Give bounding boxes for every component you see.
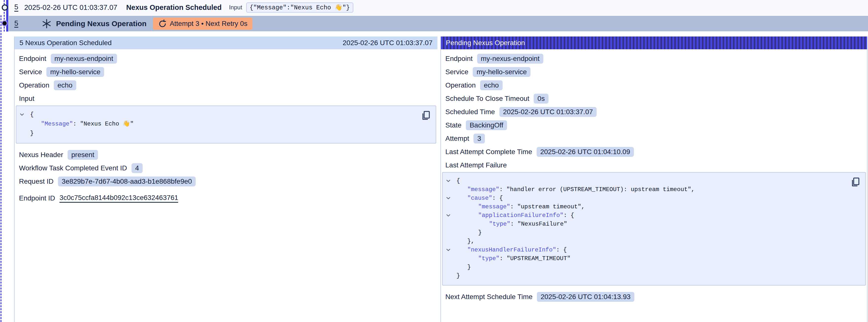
json-key: "nexusHandlerFailureInfo" [467, 247, 556, 253]
field-value-badge: my-nexus-endpoint [51, 54, 117, 64]
retry-badge-text: Attempt 3 • Next Retry 0s [170, 20, 247, 28]
retry-icon [158, 20, 166, 28]
field-value-badge: 2025-02-26 UTC 01:04:13.93 [537, 292, 634, 302]
json-text: : { [492, 195, 503, 201]
json-line: { [443, 176, 848, 185]
field-value-badge: 3e829b7e-7d67-4b08-aad3-b1e868bfe9e0 [58, 176, 196, 186]
event-detail-timestamp: 2025-02-26 UTC 01:03:37.07 [343, 39, 433, 47]
field-value-badge: 2025-02-26 UTC 01:03:37.07 [499, 107, 597, 117]
field-value-badge: 0s [534, 94, 549, 103]
field-scheduled-time: Scheduled Time 2025-02-26 UTC 01:03:37.0… [445, 106, 864, 117]
pending-nexus-operation-row[interactable]: 5 Pending Nexus Operation Attempt 3 • Ne… [9, 16, 868, 31]
json-key: "message" [478, 203, 510, 210]
event-id-link[interactable]: 5 [14, 3, 18, 11]
pending-operation-header-title: Pending Nexus Operation [446, 39, 525, 47]
json-line: "nexusHandlerFailureInfo": { [443, 246, 848, 254]
field-endpoint: Endpoint my-nexus-endpoint [445, 53, 864, 64]
field-endpoint-id: Endpoint ID 3c0c75ccfa8144b092c13ce63246… [19, 193, 434, 204]
json-line: "type": "NexusFailure" [443, 220, 848, 228]
json-text: { [30, 111, 34, 118]
field-state: State BackingOff [445, 120, 864, 131]
field-value-badge: present [68, 150, 98, 160]
field-value-badge: my-hello-service [46, 67, 104, 77]
field-next-attempt-schedule-time: Next Attempt Schedule Time 2025-02-26 UT… [445, 291, 864, 302]
json-line: { [16, 110, 418, 119]
field-service: Service my-hello-service [19, 67, 434, 77]
field-service: Service my-hello-service [445, 67, 864, 77]
json-line: "Message": "Nexus Echo 👋" [16, 119, 418, 129]
event-title: Nexus Operation Scheduled [126, 3, 222, 11]
event-detail-header: 5 Nexus Operation Scheduled 2025-02-26 U… [14, 36, 437, 49]
json-text: : { [563, 212, 574, 219]
field-value-badge: 2025-02-26 UTC 01:04:10.09 [537, 147, 634, 157]
last-attempt-failure-label: Last Attempt Failure [445, 161, 864, 170]
field-value-badge: 4 [131, 163, 143, 173]
json-text: : "NexusFailure" [510, 221, 567, 227]
field-value-badge: echo [480, 80, 503, 90]
endpoint-id-link[interactable]: 3c0c75ccfa8144b092c13ce632463761 [59, 194, 178, 203]
json-text: : "upstream timeout", [510, 203, 585, 210]
json-line: "message": "upstream timeout", [443, 202, 848, 211]
event-timestamp: 2025-02-26 UTC 01:03:37.07 [24, 3, 117, 11]
field-value-badge: echo [54, 80, 76, 90]
failure-json-viewer: {"message": "handler error (UPSTREAM_TIM… [442, 172, 866, 286]
collapse-chevron-icon[interactable] [446, 214, 451, 217]
copy-button[interactable] [420, 109, 432, 123]
json-text: : "Nexus Echo 👋" [73, 121, 134, 127]
json-line: "applicationFailureInfo": { [443, 211, 848, 220]
json-text: { [457, 178, 460, 184]
event-detail-panel: 5 Nexus Operation Scheduled 2025-02-26 U… [14, 36, 437, 322]
json-line: } [443, 228, 848, 237]
copy-button[interactable] [849, 175, 862, 189]
field-value-badge: my-nexus-endpoint [477, 54, 543, 64]
field-value-badge: 3 [473, 134, 485, 143]
json-key: "type" [478, 255, 499, 262]
json-line: "type": "UPSTREAM_TIMEOUT" [443, 254, 848, 263]
json-key: "type" [489, 221, 510, 227]
pending-operation-title: Pending Nexus Operation [56, 20, 147, 28]
json-key: "cause" [467, 195, 492, 201]
workflow-event-history-view: 5 2025-02-26 UTC 01:03:37.07 Nexus Opera… [0, 0, 868, 322]
collapse-chevron-icon[interactable] [20, 113, 24, 116]
json-text: } [30, 130, 34, 137]
retry-badge: Attempt 3 • Next Retry 0s [153, 18, 252, 30]
field-nexus-header: Nexus Header present [19, 150, 434, 160]
json-line: "message": "handler error (UPSTREAM_TIME… [443, 185, 848, 194]
pending-operation-panel: Pending Nexus Operation Endpoint my-nexu… [440, 36, 868, 322]
json-key: "message" [467, 186, 499, 193]
input-label: Input [229, 4, 242, 11]
json-text: } [457, 272, 460, 279]
json-text: : { [556, 247, 567, 253]
json-line: } [443, 271, 848, 280]
field-last-attempt-complete-time: Last Attempt Complete Time 2025-02-26 UT… [445, 147, 864, 157]
event-marker-circle-icon [2, 4, 8, 10]
pending-operation-header: Pending Nexus Operation [441, 36, 867, 49]
field-endpoint: Endpoint my-nexus-endpoint [19, 53, 434, 64]
field-workflow-task-completed-event-id: Workflow Task Completed Event ID 4 [19, 163, 434, 173]
event-id-link[interactable]: 5 [14, 20, 18, 28]
collapse-chevron-icon[interactable] [446, 197, 451, 199]
json-text: } [467, 264, 471, 270]
json-text: }, [467, 238, 474, 245]
json-text: : "handler error (UPSTREAM_TIMEOUT): ups… [499, 186, 695, 193]
pending-marker-dot-icon [1, 20, 8, 26]
field-attempt: Attempt 3 [445, 133, 864, 144]
json-line: "cause": { [443, 194, 848, 202]
input-preview-chip: {"Message":"Nexus Echo 👋"} [246, 2, 353, 12]
field-operation: Operation echo [19, 80, 434, 91]
field-schedule-to-close-timeout: Schedule To Close Timeout 0s [445, 93, 864, 104]
json-line: } [443, 263, 848, 271]
event-row-nexus-operation-scheduled[interactable]: 5 2025-02-26 UTC 01:03:37.07 Nexus Opera… [9, 0, 868, 15]
json-line: }, [443, 237, 848, 246]
field-value-badge: my-hello-service [473, 67, 530, 77]
collapse-chevron-icon[interactable] [446, 180, 451, 182]
input-json-viewer: {"Message": "Nexus Echo 👋"} [16, 105, 436, 143]
event-detail-title: 5 Nexus Operation Scheduled [20, 39, 112, 47]
input-section-label: Input [19, 94, 434, 103]
timeline-left-dashed-rail [0, 15, 1, 322]
json-key: "applicationFailureInfo" [478, 212, 563, 219]
json-text: } [478, 229, 482, 236]
collapse-chevron-icon[interactable] [446, 249, 451, 251]
json-text: : "UPSTREAM_TIMEOUT" [499, 255, 570, 262]
pending-asterisk-icon [42, 19, 52, 29]
